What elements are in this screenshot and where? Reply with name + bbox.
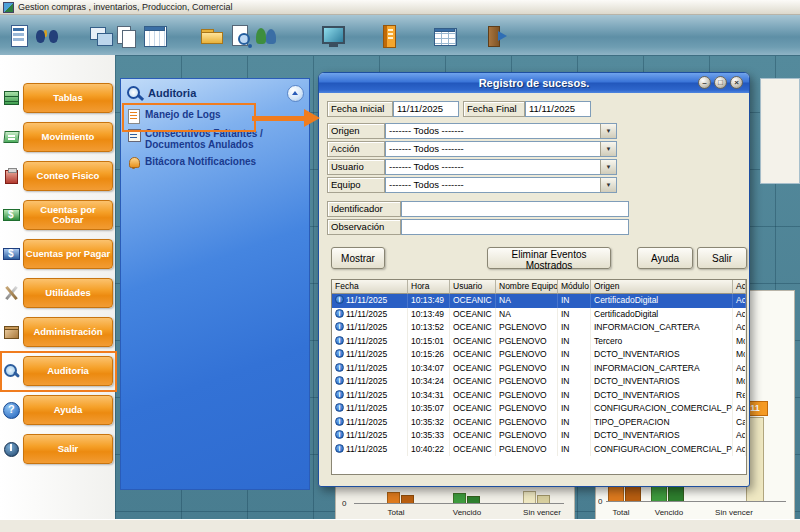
- audit-item-label: Bitácora Notificaciones: [145, 156, 295, 167]
- mostrar-button[interactable]: Mostrar: [331, 247, 385, 269]
- dropdown-accion[interactable]: ------- Todos -------▼: [385, 141, 617, 157]
- cell-text: 11/11/2025: [346, 349, 387, 359]
- salir-button[interactable]: Salir: [697, 247, 747, 269]
- table-row[interactable]: 11/11/202510:34:24OCEANICPGLENOVOINDCTO_…: [332, 375, 746, 389]
- minimize-button[interactable]: –: [698, 76, 711, 89]
- table-row[interactable]: 11/11/202510:35:07OCEANICPGLENOVOINCONFI…: [332, 402, 746, 416]
- cell-nombre_equipo: PGLENOVO: [496, 321, 558, 335]
- utilities-icon: [2, 284, 21, 303]
- maximize-button[interactable]: □: [714, 76, 727, 89]
- column-header-origen[interactable]: Origen: [591, 280, 733, 294]
- calendar-icon[interactable]: [142, 23, 168, 49]
- cell-fecha: 11/11/2025: [332, 375, 408, 389]
- dropdown-value: ------- Todos -------: [386, 178, 616, 192]
- open-folder-icon[interactable]: [200, 23, 226, 49]
- info-icon: [335, 444, 344, 453]
- observacion-input[interactable]: [401, 219, 629, 235]
- sidebar-button-salir[interactable]: Salir: [23, 434, 113, 464]
- table-row[interactable]: 11/11/202510:35:32OCEANICPGLENOVOINTIPO_…: [332, 416, 746, 430]
- exit-icon: [2, 440, 21, 459]
- audit-item-bitacora-notificaciones[interactable]: Bitácora Notificaciones: [121, 152, 309, 171]
- audit-magnifier-icon: [126, 85, 143, 102]
- notebook-icon[interactable]: [376, 23, 402, 49]
- cell-origen: CertificadoDigital: [591, 308, 733, 322]
- table-row[interactable]: 11/11/202510:13:52OCEANICPGLENOVOININFOR…: [332, 321, 746, 335]
- table-row[interactable]: 11/11/202510:15:01OCEANICPGLENOVOINTerce…: [332, 335, 746, 349]
- dropdown-value: ------- Todos -------: [386, 160, 616, 174]
- table-row[interactable]: 11/11/202510:35:33OCEANICPGLENOVOINDCTO_…: [332, 429, 746, 443]
- users-icon[interactable]: [254, 23, 280, 49]
- cell-fecha: 11/11/2025: [332, 348, 408, 362]
- info-icon: [335, 363, 344, 372]
- chevron-down-icon[interactable]: ▼: [600, 160, 616, 174]
- ayuda-button[interactable]: Ayuda: [637, 247, 693, 269]
- application-window: Gestion compras , inventarios, Produccio…: [0, 0, 800, 532]
- sidebar-button-administracion[interactable]: Administración: [23, 317, 113, 347]
- window-titlebar: Gestion compras , inventarios, Produccio…: [0, 0, 800, 15]
- chart-category-label: Sin vencer: [511, 508, 573, 517]
- cell-usuario: OCEANIC: [450, 294, 496, 308]
- table-row[interactable]: 11/11/202510:15:26OCEANICPGLENOVOINDCTO_…: [332, 348, 746, 362]
- panel-collapse-button[interactable]: [287, 85, 304, 102]
- cell-nombre_equipo: NA: [496, 294, 558, 308]
- copy-documents-icon[interactable]: [114, 23, 140, 49]
- info-icon: [335, 403, 344, 412]
- chart-bar: [401, 495, 414, 504]
- cell-hora: 10:40:22: [408, 443, 450, 457]
- dropdown-usuario[interactable]: ------- Todos -------▼: [385, 159, 617, 175]
- table-row[interactable]: 11/11/202510:13:49OCEANICNAINCertificado…: [332, 294, 746, 308]
- cell-modulo: IN: [558, 362, 591, 376]
- column-header-modulo[interactable]: Módulo: [558, 280, 591, 294]
- table-row[interactable]: 11/11/202510:40:22OCEANICPGLENOVOINCONFI…: [332, 443, 746, 457]
- chart-category-label: Total: [599, 508, 643, 517]
- eliminar-eventos-button[interactable]: Eliminar Eventos Mostrados: [487, 247, 611, 269]
- copy-window-icon[interactable]: [88, 23, 114, 49]
- sidebar-button-conteo-fisico[interactable]: Conteo Fisico: [23, 161, 113, 191]
- cell-usuario: OCEANIC: [450, 402, 496, 416]
- column-header-fecha[interactable]: Fecha: [332, 280, 408, 294]
- table-grid-icon[interactable]: [432, 23, 458, 49]
- dropdown-origen[interactable]: ------- Todos -------▼: [385, 123, 617, 139]
- table-row[interactable]: 11/11/202510:13:49OCEANICNAINCertificado…: [332, 308, 746, 322]
- column-header-hora[interactable]: Hora: [408, 280, 450, 294]
- fecha-inicial-input[interactable]: 11/11/2025: [393, 101, 459, 117]
- axis-zero-label: 0: [598, 497, 602, 506]
- column-header-accion[interactable]: Acción: [733, 280, 746, 294]
- chart-category-label: Vencido: [643, 508, 695, 517]
- document-search-icon[interactable]: [228, 23, 254, 49]
- table-row[interactable]: 11/11/202510:34:31OCEANICPGLENOVOINDCTO_…: [332, 389, 746, 403]
- sidebar-button-utilidades[interactable]: Utilidades: [23, 278, 113, 308]
- payables-icon: [2, 245, 21, 264]
- cell-text: 11/11/2025: [346, 390, 387, 400]
- sidebar-item-ayuda: Ayuda: [0, 396, 115, 424]
- dropdown-equipo[interactable]: ------- Todos -------▼: [385, 177, 617, 193]
- sidebar-button-cuentas-por-cobrar[interactable]: Cuentas por Cobrar: [23, 200, 113, 230]
- chevron-down-icon[interactable]: ▼: [600, 178, 616, 192]
- sidebar-button-movimiento[interactable]: Movimiento: [23, 122, 113, 152]
- cell-usuario: OCEANIC: [450, 321, 496, 335]
- table-row[interactable]: 11/11/202510:34:07OCEANICPGLENOVOININFOR…: [332, 362, 746, 376]
- column-header-usuario[interactable]: Usuario: [450, 280, 496, 294]
- annotation-box-auditoria: [0, 351, 117, 392]
- column-header-nombre-equipo[interactable]: Nombre Equipo: [496, 280, 558, 294]
- fecha-final-input[interactable]: 11/11/2025: [525, 101, 591, 117]
- cell-origen: Tercero: [591, 335, 733, 349]
- new-form-icon[interactable]: [6, 23, 32, 49]
- chevron-down-icon[interactable]: ▼: [600, 142, 616, 156]
- monitor-chart-icon[interactable]: [320, 23, 346, 49]
- close-button[interactable]: ×: [730, 76, 743, 89]
- chevron-down-icon[interactable]: ▼: [600, 124, 616, 138]
- sidebar-item-administracion: Administración: [0, 318, 115, 346]
- cell-fecha: 11/11/2025: [332, 362, 408, 376]
- cell-origen: DCTO_INVENTARIOS: [591, 348, 733, 362]
- identificador-input[interactable]: [401, 201, 629, 217]
- annotation-arrow: [252, 109, 320, 127]
- dialog-titlebar[interactable]: Registro de sucesos. –□×: [319, 73, 749, 93]
- cell-accion: Re: [733, 389, 746, 403]
- exit-door-icon[interactable]: [484, 23, 510, 49]
- sidebar-button-cuentas-por-pagar[interactable]: Cuentas por Pagar: [23, 239, 113, 269]
- sidebar-button-ayuda[interactable]: Ayuda: [23, 395, 113, 425]
- sidebar-button-tablas[interactable]: Tablas: [23, 83, 113, 113]
- search-binoculars-icon[interactable]: [34, 23, 60, 49]
- cell-text: 11/11/2025: [346, 295, 387, 305]
